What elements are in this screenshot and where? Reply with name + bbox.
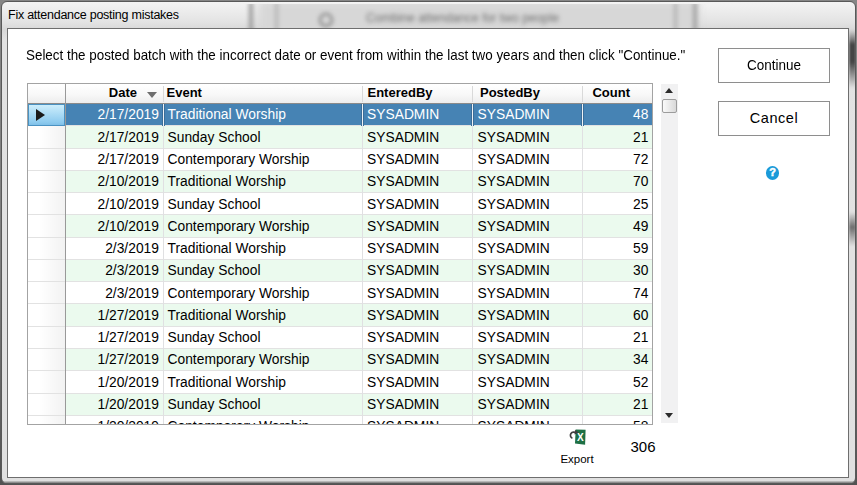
svg-text:X: X bbox=[577, 432, 584, 443]
